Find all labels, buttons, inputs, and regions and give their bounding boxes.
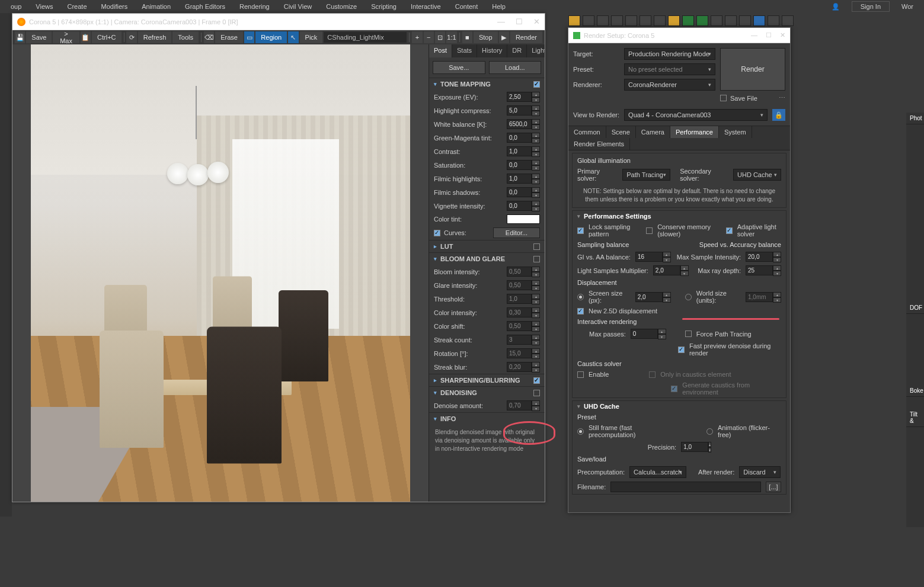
zoom-fit-icon[interactable]: ⊡ [435, 31, 445, 43]
maxpasses-spinner[interactable]: ▴▾ [631, 329, 666, 339]
uhdcache-header[interactable]: UHD Cache [573, 401, 786, 412]
tool-icon[interactable] [654, 15, 666, 26]
menu-group[interactable]: oup [4, 1, 28, 12]
whitebalance-spinner[interactable]: ▴▾ [507, 119, 540, 129]
filmichighlights-spinner[interactable]: ▴▾ [507, 174, 540, 184]
load-settings-button[interactable]: Load... [489, 61, 542, 74]
region-button[interactable]: Region [255, 31, 287, 43]
tool-icon[interactable] [568, 15, 580, 26]
tool-icon[interactable] [782, 15, 794, 26]
render-icon[interactable]: ▶ [499, 31, 509, 43]
zoom-in-icon[interactable]: + [412, 31, 422, 43]
maxraydepth-spinner[interactable]: ▴▾ [746, 265, 781, 275]
lightsamples-spinner[interactable]: ▴▾ [653, 265, 689, 275]
perfsettings-header[interactable]: Performance Settings [573, 211, 786, 222]
locksampling-checkbox[interactable] [577, 227, 584, 234]
tree-icon[interactable] [696, 15, 708, 26]
tool-icon[interactable] [640, 15, 651, 26]
caustics-enable-checkbox[interactable] [577, 371, 584, 378]
menu-customize[interactable]: Customize [319, 1, 364, 12]
renderer-dropdown[interactable]: CoronaRenderer [624, 79, 715, 91]
menu-modifiers[interactable]: Modifiers [94, 1, 135, 12]
glare-intensity-spinner[interactable]: ▴▾ [507, 280, 540, 290]
highlight-spinner[interactable]: ▴▾ [507, 105, 540, 116]
threshold-spinner[interactable]: ▴▾ [507, 294, 540, 304]
tonemapping-checkbox[interactable] [533, 81, 540, 88]
tab-post[interactable]: Post [429, 44, 452, 57]
section-bloom[interactable]: BLOOM AND GLARE [429, 252, 545, 265]
rc-icon[interactable] [753, 15, 765, 26]
menu-grapheditors[interactable]: Graph Editors [178, 1, 232, 12]
precomputation-dropdown[interactable]: Calcula...scratch [629, 466, 686, 478]
warning-icon[interactable] [668, 15, 680, 26]
colorshift-spinner[interactable]: ▴▾ [507, 321, 540, 331]
tool-icon[interactable] [711, 15, 722, 26]
section-boke[interactable]: Boke [906, 385, 924, 397]
tab-scene[interactable]: Scene [606, 126, 636, 138]
colortint-swatch[interactable] [507, 214, 540, 224]
saturation-spinner[interactable]: ▴▾ [507, 160, 540, 170]
tool-icon[interactable] [611, 15, 623, 26]
sharpening-checkbox[interactable] [533, 377, 540, 384]
worldsize-radio[interactable] [685, 294, 692, 300]
tab-dr[interactable]: DR [507, 44, 527, 57]
animation-radio[interactable] [706, 428, 713, 435]
denoise-amount-spinner[interactable]: ▴▾ [507, 400, 540, 410]
viewtorender-dropdown[interactable]: Quad 4 - CoronaCamera003 [624, 109, 768, 121]
savefile-checkbox[interactable] [720, 95, 727, 101]
new25d-checkbox[interactable] [577, 308, 584, 315]
screensize-radio[interactable] [577, 294, 584, 300]
fastpreviewdenoise-checkbox[interactable] [678, 347, 685, 353]
tool-icon[interactable] [625, 15, 637, 26]
close-button[interactable]: ✕ [533, 17, 540, 26]
tool-icon[interactable] [583, 15, 594, 26]
menu-content[interactable]: Content [448, 1, 485, 12]
render-button[interactable]: Render [720, 48, 785, 91]
rs-titlebar[interactable]: Render Setup: Corona 5 —☐✕ [568, 28, 790, 43]
bloom-checkbox[interactable] [533, 256, 540, 262]
maximize-button[interactable]: ☐ [766, 31, 772, 39]
curves-checkbox[interactable] [434, 230, 440, 236]
section-tilt[interactable]: Tilt & [906, 409, 924, 427]
stop-icon[interactable]: ■ [462, 31, 472, 43]
disk-icon[interactable]: 💾 [15, 31, 25, 43]
tools-button[interactable]: Tools [172, 31, 199, 43]
render-button[interactable]: Render [510, 31, 542, 43]
fp-icon[interactable] [682, 15, 694, 26]
tool-icon[interactable] [597, 15, 609, 26]
ctrlc-button[interactable]: Ctrl+C [92, 31, 121, 43]
conservemem-checkbox[interactable] [646, 227, 653, 234]
section-dof[interactable]: DOF [906, 302, 924, 314]
workspace-label[interactable]: Wor [894, 1, 920, 12]
tab-history[interactable]: History [477, 44, 507, 57]
target-dropdown[interactable]: Production Rendering Mode [624, 48, 715, 60]
streakcount-spinner[interactable]: ▴▾ [507, 335, 540, 345]
preset-dropdown[interactable]: No preset selected [624, 63, 715, 75]
secondary-solver-dropdown[interactable]: UHD Cache [733, 169, 781, 181]
tab-camera[interactable]: Camera [636, 126, 670, 138]
menu-animation[interactable]: Animation [135, 1, 178, 12]
menu-civilview[interactable]: Civil View [277, 1, 319, 12]
worldsize-spinner[interactable]: ▴▾ [746, 292, 781, 302]
colorintensity-spinner[interactable]: ▴▾ [507, 307, 540, 317]
filename-input[interactable] [610, 482, 761, 492]
tab-lightmix[interactable]: LightMix [527, 44, 545, 57]
greenmagenta-spinner[interactable]: ▴▾ [507, 133, 540, 143]
curves-editor-button[interactable]: Editor... [493, 227, 540, 238]
lut-checkbox[interactable] [533, 243, 540, 250]
render-viewport[interactable] [12, 44, 429, 502]
screensize-spinner[interactable]: ▴▾ [635, 292, 671, 302]
channel-dropdown[interactable] [324, 32, 407, 43]
tab-common[interactable]: Common [568, 126, 606, 138]
stop-button[interactable]: Stop [474, 31, 498, 43]
minimize-button[interactable]: — [497, 17, 505, 26]
tab-system[interactable]: System [719, 126, 752, 138]
tool-icon[interactable] [768, 15, 779, 26]
tab-stats[interactable]: Stats [452, 44, 477, 57]
menu-rendering[interactable]: Rendering [232, 1, 277, 12]
menu-create[interactable]: Create [60, 1, 94, 12]
filmicshadows-spinner[interactable]: ▴▾ [507, 187, 540, 197]
vfb-titlebar[interactable]: Corona 5 | 674×898px (1:1) | Camera: Cor… [12, 14, 545, 30]
erase-button[interactable]: Erase [215, 31, 243, 43]
afterrender-dropdown[interactable]: Discard [739, 466, 781, 478]
